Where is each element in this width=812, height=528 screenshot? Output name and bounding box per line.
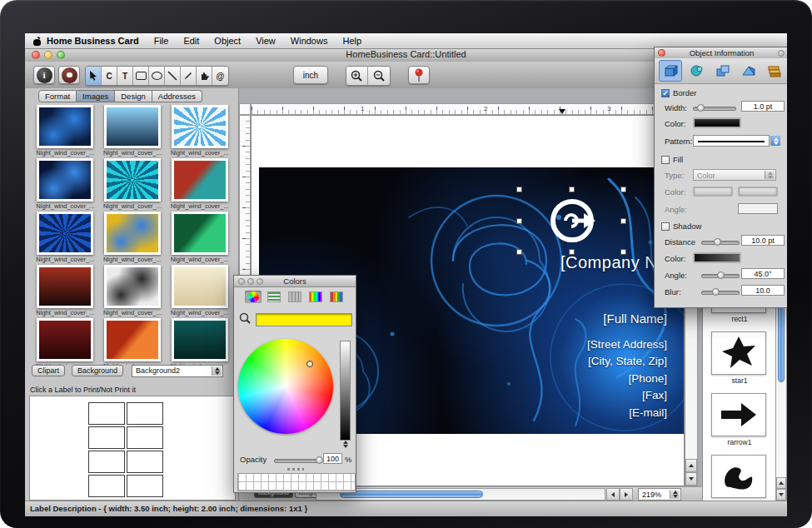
shadow-blur-field[interactable]: 10.0 [741,285,785,296]
rounded-rect-tool[interactable] [133,67,149,85]
close-button[interactable] [32,51,40,59]
pin-button[interactable] [408,66,430,84]
label-cell[interactable] [88,451,125,473]
card-text-object[interactable]: [Phone] [587,371,667,388]
hand-tool[interactable] [197,67,212,85]
apple-menu[interactable] [33,37,47,46]
color-sliders-mode-button[interactable] [266,291,282,303]
zoom-stepper-icon[interactable] [670,490,680,499]
label-cell[interactable] [127,402,163,425]
shadow-angle-knob[interactable] [717,271,725,279]
opacity-slider[interactable] [274,459,322,463]
shadow-distance-slider[interactable] [701,241,740,245]
thumbnail-image[interactable] [172,318,228,361]
thumbnail-image[interactable] [172,158,228,202]
label-cell[interactable] [127,426,163,449]
shapes-scroll-down-button[interactable] [776,489,786,501]
fill-type-dropdown[interactable]: Color [693,169,776,181]
shadow-checkbox[interactable] [661,222,670,231]
card-text-object[interactable]: [City, State, Zip] [587,353,667,371]
current-color-well[interactable] [256,313,352,326]
scroll-up-button[interactable] [685,459,697,472]
image-palette-mode-button[interactable] [307,291,324,303]
menu-item-edit[interactable]: Edit [183,36,199,46]
color-selection-dot[interactable] [306,361,313,367]
swatch-strip[interactable] [237,473,356,491]
tab-format[interactable]: Format [38,90,77,102]
colors-panel-titlebar[interactable]: Colors [234,276,356,287]
fill-angle-field[interactable] [738,203,778,214]
label-cell[interactable] [88,402,125,425]
tab-images[interactable]: Images [77,90,115,102]
thumbnail-image[interactable] [37,318,93,361]
border-pattern-stepper[interactable] [770,135,781,147]
text-tool[interactable]: T [117,67,133,85]
swatch-drawer-handle[interactable] [287,468,304,471]
tab-transform[interactable] [738,61,760,81]
scroll-right-button[interactable] [620,488,633,501]
scroll-left-button[interactable] [606,488,620,501]
shadow-blur-knob[interactable] [712,288,720,296]
thumbnail-image[interactable] [172,265,228,308]
thumbnail-image[interactable] [104,212,161,255]
shapes-scroll-up-button[interactable] [776,477,786,489]
shape-item-star1[interactable]: star1 [711,331,768,385]
zoom-out-button[interactable] [368,67,390,85]
minimize-button[interactable] [44,51,52,59]
menu-item-view[interactable]: View [256,36,276,46]
background-select[interactable]: Background2 [132,365,223,377]
thumbnail-image[interactable] [37,265,93,308]
color-wheel[interactable] [238,339,333,434]
menu-item-windows[interactable]: Windows [291,36,328,46]
shadow-angle-slider[interactable] [701,274,740,278]
crayons-mode-button[interactable] [328,291,345,303]
tab-3d[interactable] [764,61,785,81]
card-text-object[interactable]: [Fax] [587,387,667,405]
card-text-object[interactable]: [E-mail] [587,405,667,422]
hscroll-thumb[interactable] [340,491,483,498]
canvas-hscrollbar[interactable] [316,488,605,501]
zoom-in-button[interactable] [346,67,368,85]
thumbnail-image[interactable] [37,158,93,202]
color-wheel-mode-button[interactable] [245,291,262,303]
thumbnail-image[interactable] [172,212,228,255]
shadow-distance-knob[interactable] [714,238,721,246]
brightness-slider[interactable] [340,341,351,441]
line-tool[interactable] [165,67,181,85]
stamp-button[interactable] [58,66,80,84]
label-cell[interactable] [88,426,125,449]
scroll-down-button[interactable] [685,472,697,486]
tab-style[interactable] [686,61,708,81]
tab-geometry[interactable] [659,60,682,82]
pen-tool[interactable] [181,67,197,85]
info-button[interactable]: i [33,66,55,84]
ellipse-tool[interactable] [149,67,165,85]
tab-arrange[interactable] [712,61,734,81]
thumbnail-image[interactable] [104,105,161,148]
border-width-knob[interactable] [697,104,705,112]
border-checkbox[interactable]: ✓ [661,89,670,97]
thumbnail-image[interactable] [37,105,93,148]
border-width-slider[interactable] [693,107,736,111]
color-palette-mode-button[interactable] [286,291,303,303]
zoom-window-button[interactable] [57,51,65,59]
menu-item-help[interactable]: Help [342,36,361,46]
clipart-button[interactable]: Clipart [32,365,65,376]
magnifier-icon[interactable] [239,312,252,328]
card-text-object[interactable]: [Street Address] [587,336,667,354]
colors-minimize-button[interactable] [247,278,254,285]
shadow-distance-field[interactable]: 10.0 pt [741,235,785,246]
thumbnail-image[interactable] [104,318,161,361]
shadow-blur-slider[interactable] [701,291,740,295]
object-info-close-button[interactable] [658,49,665,57]
thumbnail-image[interactable] [37,212,93,255]
border-width-field[interactable]: 1.0 pt [741,101,785,112]
object-info-titlebar[interactable]: Object Information [655,47,787,59]
colors-zoom-button[interactable] [257,278,263,285]
background-select-stepper-icon[interactable] [212,366,222,376]
border-pattern-well[interactable] [693,135,770,147]
zoom-level-control[interactable]: 219% [638,488,681,501]
label-cell[interactable] [127,475,163,497]
shape-item-rarrow1[interactable]: rarrow1 [711,393,768,446]
brightness-stepper-icon[interactable] [340,441,351,449]
